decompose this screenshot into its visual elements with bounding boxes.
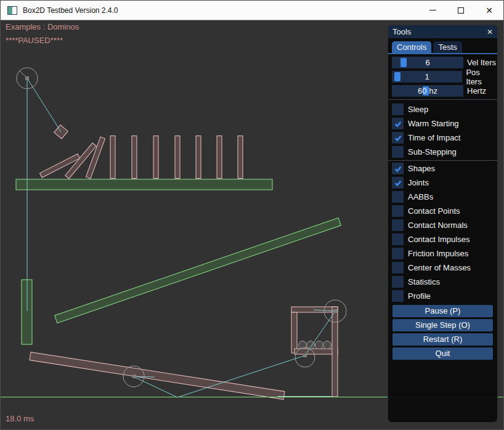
checkbox-contact-impulses[interactable] (392, 233, 404, 245)
joint-anchor (303, 354, 307, 357)
frame-shelf (295, 349, 338, 354)
checkbox-warm-starting[interactable] (392, 118, 404, 129)
checkbox-contact-points[interactable] (392, 205, 404, 217)
slider-group: 6Vel Iters1Pos Iters60 hzHertz (388, 54, 497, 97)
checkbox-label: Contact Points (408, 206, 460, 216)
checkbox-row: AABBs (392, 191, 497, 203)
separator (388, 99, 497, 100)
checkbox-sleep[interactable] (392, 103, 404, 115)
checkbox-label: Statistics (408, 277, 440, 286)
slider-pos-iters[interactable]: 1 (392, 71, 462, 83)
slider-hertz[interactable]: 60 hz (392, 85, 463, 97)
checkbox-label: Joints (408, 178, 429, 187)
tab-tests[interactable]: Tests (433, 41, 461, 53)
frame-left-post (291, 312, 297, 353)
ball (323, 341, 331, 349)
slider-label: Hertz (467, 86, 486, 95)
button-restart-r[interactable]: Restart (R) (392, 333, 493, 346)
checkbox-label: Sleep (408, 105, 428, 114)
checkbox-label: Contact Normals (408, 221, 468, 230)
checkbox-label: Warm Starting (408, 119, 459, 128)
checkbox-label: Friction Impulses (408, 249, 468, 258)
app-icon (7, 6, 17, 15)
checkbox-row: Contact Impulses (392, 233, 497, 245)
checkbox-shapes[interactable] (392, 163, 404, 174)
domino (132, 136, 137, 179)
checkbox-aabbs[interactable] (392, 191, 404, 203)
joint-line (27, 78, 61, 132)
checkbox-label: Profile (408, 291, 431, 301)
check-icon (394, 164, 402, 173)
checkbox-row: Contact Points (392, 205, 497, 217)
seesaw-plank (30, 352, 285, 400)
button-quit[interactable]: Quit (392, 347, 493, 360)
check-icon (394, 134, 402, 142)
frame-right-post (332, 307, 338, 397)
checkbox-row: Contact Normals (392, 219, 497, 231)
checkbox-row: Center of Masses (392, 262, 497, 274)
titlebar: Box2D Testbed Version 2.4.0 ✕ (1, 1, 503, 20)
checkbox-joints[interactable] (392, 177, 404, 189)
close-icon: ✕ (486, 6, 493, 15)
checkbox-center-of-masses[interactable] (392, 262, 404, 274)
platform-shelf (16, 179, 272, 190)
domino (175, 136, 180, 179)
tools-close-button[interactable]: ✕ (487, 28, 493, 36)
checkbox-statistics[interactable] (392, 276, 404, 288)
button-single-step-o[interactable]: Single Step (O) (392, 319, 493, 331)
checkbox-contact-normals[interactable] (392, 219, 404, 231)
checkbox-label: Time of Impact (408, 133, 460, 142)
checkbox-label: Shapes (408, 164, 435, 173)
checkbox-row: Warm Starting (392, 118, 497, 129)
slider-row: 60 hzHertz (392, 85, 497, 97)
slider-value: 60 hz (392, 85, 463, 97)
checkbox-row: Friction Impulses (392, 248, 497, 259)
frame-top (291, 307, 338, 312)
frame-time-label: 18.0 ms (6, 414, 34, 423)
app-window: Box2D Testbed Version 2.4.0 ✕ Examples :… (0, 0, 504, 430)
checkbox-sub-stepping[interactable] (392, 146, 404, 158)
checkbox-row: Statistics (392, 276, 497, 288)
joint-anchor (132, 375, 136, 378)
slider-value: 1 (392, 71, 462, 83)
checkbox-label: Center of Masses (408, 263, 471, 272)
example-label: Examples : Dominos (6, 22, 79, 31)
close-button[interactable]: ✕ (475, 1, 503, 20)
domino (217, 136, 222, 179)
checkbox-row: Profile (392, 290, 497, 302)
checkbox-friction-impulses[interactable] (392, 248, 404, 259)
checkbox-row: Time of Impact (392, 132, 497, 144)
checkbox-profile[interactable] (392, 290, 404, 302)
slider-row: 1Pos Iters (392, 71, 497, 83)
slider-vel-iters[interactable]: 6 (392, 57, 463, 68)
maximize-button[interactable] (447, 1, 475, 20)
checkbox-row: Sub-Stepping (392, 146, 497, 158)
canvas-area: Examples : Dominos ****PAUSED**** 18.0 m… (1, 20, 503, 429)
tools-panel: Tools ✕ ControlsTests 6Vel Iters1Pos Ite… (388, 25, 498, 423)
separator (388, 160, 497, 161)
check-icon (394, 120, 402, 128)
tools-panel-title: Tools (392, 27, 411, 36)
domino (153, 136, 158, 179)
tab-bar: ControlsTests (388, 38, 497, 53)
minimize-button[interactable] (418, 1, 447, 20)
joint-anchor (333, 309, 337, 313)
slider-label: Pos Iters (466, 68, 497, 86)
checkbox-row: Shapes (392, 163, 497, 174)
domino (196, 136, 201, 179)
tools-panel-header[interactable]: Tools ✕ (388, 25, 497, 38)
maximize-icon (458, 7, 464, 14)
checkbox-time-of-impact[interactable] (392, 132, 404, 144)
checkbox-label: AABBs (408, 192, 433, 201)
checkbox-label: Contact Impulses (408, 235, 469, 244)
slider-label: Vel Iters (467, 58, 496, 67)
check-icon (394, 179, 402, 187)
slider-value: 6 (392, 57, 463, 68)
checkbox-row: Sleep (392, 103, 497, 115)
joint-anchor (25, 76, 29, 80)
domino (238, 136, 243, 179)
paused-label: ****PAUSED**** (6, 36, 63, 45)
window-title: Box2D Testbed Version 2.4.0 (23, 6, 118, 15)
button-pause-p[interactable]: Pause (P) (392, 305, 493, 317)
tab-controls[interactable]: Controls (392, 41, 431, 53)
